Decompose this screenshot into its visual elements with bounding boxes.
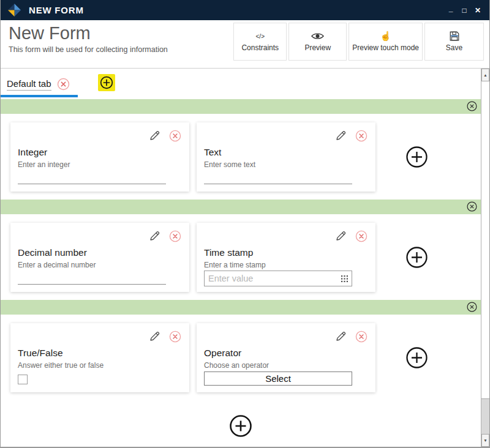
delete-row-icon[interactable] [467,201,477,212]
add-field-button[interactable] [405,346,428,369]
tab-default: Default tab [7,78,70,91]
preview-touch-mode-button[interactable]: ☝ Preview touch mode [349,23,423,61]
field-title: Text [204,147,221,158]
vertical-scrollbar: ▲ ▼ [481,69,489,447]
save-label: Save [446,43,462,53]
row-header-strip [1,99,481,114]
text-input-underline[interactable] [204,184,352,184]
field-card-timestamp: Time stamp Enter a time stamp Enter valu… [197,223,375,292]
edit-field-icon[interactable] [334,129,347,142]
add-tab-button[interactable] [98,74,115,91]
delete-field-icon[interactable] [169,330,181,343]
field-title: True/False [18,348,63,359]
plus-circle-icon [405,246,428,269]
add-row-button[interactable] [229,414,252,438]
field-title: Decimal number [18,247,87,258]
preview-touch-mode-label: Preview touch mode [352,43,419,53]
save-button[interactable]: Save [424,23,484,61]
minimize-button[interactable]: _ [444,4,458,13]
app-window: NEW FORM _ □ ✕ New Form This form will b… [0,0,490,448]
form-row: Integer Enter an integer Text Enter some… [1,99,481,192]
constraints-button[interactable]: </> Constraints [233,23,287,61]
truefalse-checkbox[interactable] [18,375,28,384]
eye-icon [311,31,324,42]
titlebar: NEW FORM _ □ ✕ [1,0,489,20]
row-header-strip [1,200,481,214]
field-title: Time stamp [204,247,253,258]
code-icon: </> [256,31,265,42]
timestamp-input[interactable]: Enter value [204,271,352,286]
preview-label: Preview [304,43,331,53]
delete-row-icon[interactable] [467,101,477,111]
field-card-text: Text Enter some text [197,122,375,192]
delete-field-icon[interactable] [355,130,368,142]
maximize-button[interactable]: □ [458,6,471,15]
toolbar: </> Constraints Preview ☝ Preview touch … [233,23,484,61]
delete-field-icon[interactable] [355,330,368,343]
close-button[interactable]: ✕ [471,6,484,15]
tab-bar: Default tab [1,69,489,98]
field-card-decimal: Decimal number Enter a decimal number [10,223,189,292]
edit-field-icon[interactable] [334,330,347,343]
field-title: Operator [204,348,241,359]
window-title: NEW FORM [29,5,84,15]
plus-circle-icon [99,75,114,90]
field-description: Answer either true or false [18,361,104,370]
timestamp-placeholder: Enter value [208,274,341,283]
field-description: Enter some text [204,160,255,169]
form-row: True/False Answer either true or false O… [1,300,481,392]
plus-circle-icon [405,346,428,369]
preview-button[interactable]: Preview [288,23,347,61]
form-row: Decimal number Enter a decimal number Ti… [1,200,481,292]
field-card-integer: Integer Enter an integer [10,122,189,192]
app-logo-icon [7,3,21,17]
delete-field-icon[interactable] [169,130,181,142]
field-description: Enter a decimal number [18,261,96,269]
scroll-up-button[interactable]: ▲ [481,69,489,81]
delete-field-icon[interactable] [169,230,181,242]
form-canvas: Integer Enter an integer Text Enter some… [1,98,481,438]
scroll-down-button[interactable]: ▼ [481,434,489,447]
save-icon [449,31,460,42]
picker-grid-icon[interactable] [341,275,348,282]
form-header: New Form This form will be used for coll… [1,20,489,69]
field-description: Enter an integer [18,160,70,169]
field-card-operator: Operator Choose an operator Select [197,323,375,392]
tab-name-input[interactable]: Default tab [7,78,51,91]
edit-field-icon[interactable] [148,230,161,242]
add-field-button[interactable] [405,146,428,168]
delete-row-icon[interactable] [467,302,477,312]
plus-circle-icon [405,146,428,168]
delete-field-icon[interactable] [355,230,368,242]
integer-input-underline[interactable] [18,184,166,184]
plus-circle-icon [229,414,252,438]
scrollbar-thumb[interactable] [481,81,489,399]
touch-hand-icon: ☝ [380,31,391,42]
scrollbar-track[interactable] [481,399,489,434]
add-field-button[interactable] [405,246,428,269]
window-controls: _ □ ✕ [444,6,489,15]
edit-field-icon[interactable] [148,330,161,343]
constraints-label: Constraints [241,43,279,53]
field-card-truefalse: True/False Answer either true or false [10,323,189,392]
decimal-input-underline[interactable] [18,284,166,285]
operator-select-button[interactable]: Select [204,371,352,386]
edit-field-icon[interactable] [334,230,347,242]
field-title: Integer [18,147,47,158]
field-description: Enter a time stamp [204,261,266,269]
active-tab-indicator [1,95,78,97]
tab-delete-icon[interactable] [57,78,70,91]
row-header-strip [1,300,481,315]
field-description: Choose an operator [204,361,269,370]
edit-field-icon[interactable] [148,129,161,142]
